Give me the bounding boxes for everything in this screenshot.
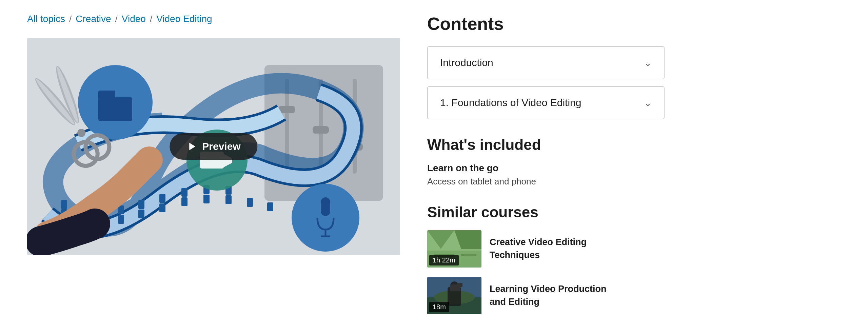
whats-included-title: What's included [427, 136, 665, 153]
svg-rect-24 [138, 200, 144, 209]
svg-rect-16 [203, 195, 210, 203]
sidebar: Contents Introduction ⌄ 1. Foundations o… [427, 14, 665, 324]
accordion-introduction[interactable]: Introduction ⌄ [427, 46, 665, 79]
course-title-2[interactable]: Learning Video Productionand Editing [490, 283, 607, 309]
course-title-1[interactable]: Creative Video EditingTechniques [490, 236, 587, 262]
preview-label: Preview [202, 141, 240, 152]
main-content: All topics / Creative / Video / Video Ed… [27, 14, 400, 324]
breadcrumb: All topics / Creative / Video / Video Ed… [27, 14, 400, 24]
svg-point-32 [292, 184, 359, 252]
learn-on-go-label: Learn on the go [427, 163, 665, 174]
svg-rect-6 [313, 126, 329, 134]
course-info-1: Creative Video EditingTechniques [490, 236, 587, 262]
svg-rect-15 [181, 197, 188, 206]
svg-rect-33 [321, 197, 330, 216]
svg-rect-14 [159, 203, 165, 212]
svg-rect-30 [98, 97, 132, 121]
breadcrumb-all-topics[interactable]: All topics [27, 14, 65, 24]
course-info-2: Learning Video Productionand Editing [490, 283, 607, 309]
svg-rect-53 [461, 254, 476, 256]
play-icon [186, 141, 197, 152]
course-thumbnail: Preview [27, 38, 400, 255]
contents-title: Contents [427, 14, 665, 34]
svg-rect-26 [181, 188, 188, 197]
svg-rect-18 [247, 198, 253, 207]
whats-included-section: What's included Learn on the go Access o… [427, 136, 665, 187]
course-card-1[interactable]: 1h 22m Creative Video EditingTechniques [427, 230, 665, 268]
access-sub-label: Access on tablet and phone [427, 176, 665, 187]
chevron-down-icon-foundations: ⌄ [644, 97, 652, 109]
svg-rect-13 [138, 210, 144, 218]
svg-marker-46 [189, 143, 195, 150]
accordion-foundations[interactable]: 1. Foundations of Video Editing ⌄ [427, 86, 665, 119]
similar-courses-title: Similar courses [427, 204, 665, 221]
svg-rect-61 [457, 283, 462, 287]
course-thumb-2: 18m [427, 277, 481, 314]
svg-rect-31 [98, 91, 115, 99]
course-duration-2: 18m [429, 302, 449, 312]
accordion-label-introduction: Introduction [440, 57, 493, 68]
svg-rect-20 [61, 200, 67, 209]
breadcrumb-video-editing[interactable]: Video Editing [156, 14, 212, 24]
breadcrumb-sep-2: / [115, 14, 118, 24]
course-duration-1: 1h 22m [429, 255, 459, 265]
preview-button[interactable]: Preview [170, 133, 257, 160]
breadcrumb-sep-3: / [150, 14, 152, 24]
breadcrumb-creative[interactable]: Creative [76, 14, 111, 24]
course-card-2[interactable]: 18m Learning Video Productionand Editing [427, 277, 665, 314]
similar-courses-section: Similar courses 1h 22m [427, 204, 665, 314]
accordion-header-introduction[interactable]: Introduction ⌄ [428, 47, 664, 79]
svg-rect-12 [118, 215, 124, 224]
breadcrumb-sep-1: / [69, 14, 72, 24]
svg-rect-19 [267, 202, 273, 211]
accordion-header-foundations[interactable]: 1. Foundations of Video Editing ⌄ [428, 87, 664, 119]
course-thumb-1: 1h 22m [427, 230, 481, 268]
svg-rect-25 [159, 194, 165, 203]
chevron-down-icon-introduction: ⌄ [644, 57, 652, 68]
accordion-label-foundations: 1. Foundations of Video Editing [440, 97, 581, 109]
svg-rect-17 [225, 195, 232, 204]
breadcrumb-video[interactable]: Video [122, 14, 146, 24]
